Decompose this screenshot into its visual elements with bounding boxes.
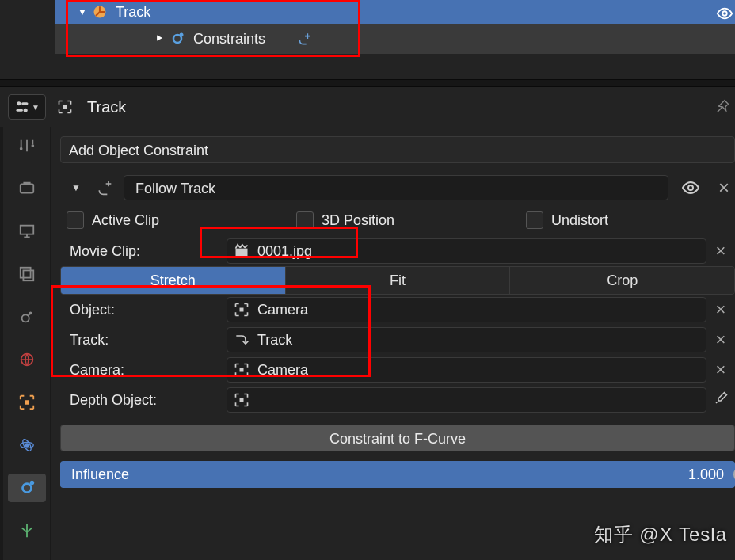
- track-label: Track:: [60, 332, 227, 349]
- editor-type-dropdown[interactable]: ▼: [8, 94, 46, 120]
- svg-rect-14: [20, 268, 30, 278]
- 3d-position-checkbox[interactable]: [296, 211, 314, 229]
- svg-point-23: [22, 484, 31, 493]
- add-constraint-icon[interactable]: [297, 31, 313, 47]
- svg-rect-12: [23, 182, 30, 185]
- track-field[interactable]: Track: [227, 327, 706, 352]
- svg-point-24: [29, 481, 33, 486]
- svg-rect-19: [25, 400, 29, 405]
- tab-world[interactable]: [8, 345, 46, 374]
- camera-value: Camera: [257, 362, 308, 379]
- clear-movie-clip-button[interactable]: ×: [706, 241, 735, 261]
- svg-rect-15: [23, 270, 33, 280]
- svg-rect-5: [21, 102, 28, 105]
- tab-output[interactable]: [8, 217, 46, 246]
- influence-label: Influence: [71, 467, 129, 483]
- tab-render[interactable]: [8, 174, 46, 203]
- tab-data[interactable]: [8, 516, 46, 545]
- influence-slider[interactable]: Influence 1.000: [60, 461, 735, 488]
- constraint-name-input[interactable]: Follow Track: [124, 175, 668, 200]
- svg-rect-11: [20, 185, 33, 193]
- pin-icon[interactable]: [714, 98, 732, 116]
- eyedropper-button[interactable]: [706, 390, 735, 410]
- chevron-right-icon[interactable]: ▼: [154, 35, 165, 43]
- depth-object-label: Depth Object:: [60, 392, 227, 409]
- svg-point-6: [24, 109, 28, 112]
- tab-stretch[interactable]: Stretch: [61, 267, 286, 294]
- mute-constraint-button[interactable]: [680, 177, 702, 199]
- track-empty-icon: [57, 99, 73, 115]
- undistort-checkbox[interactable]: [526, 211, 543, 229]
- sliders-icon: [14, 99, 30, 115]
- camera-field[interactable]: Camera: [227, 357, 706, 383]
- constraint-icon: [169, 31, 185, 47]
- tab-tool[interactable]: [8, 131, 46, 160]
- svg-rect-7: [17, 109, 23, 112]
- object-value: Camera: [257, 302, 308, 318]
- tab-physics[interactable]: [8, 431, 46, 459]
- properties-tab-sidebar: [0, 127, 51, 560]
- movie-clip-value: 0001.jpg: [257, 243, 312, 260]
- outliner-item-label: Track: [116, 4, 150, 21]
- object-field[interactable]: Camera: [227, 297, 706, 322]
- camera-label: Camera:: [60, 362, 227, 379]
- properties-header: ▼ Track: [0, 87, 735, 127]
- clip-icon: [234, 243, 249, 259]
- chevron-down-icon[interactable]: ▼: [78, 6, 86, 17]
- svg-rect-27: [240, 308, 244, 312]
- movie-clip-field[interactable]: 0001.jpg: [227, 238, 706, 264]
- outliner-item-track[interactable]: ▼ Track: [55, 0, 735, 24]
- svg-point-9: [19, 147, 22, 150]
- tab-viewlayer[interactable]: [8, 260, 46, 288]
- svg-rect-26: [236, 249, 248, 257]
- depth-object-field[interactable]: [227, 387, 706, 413]
- svg-point-20: [25, 443, 29, 448]
- follow-track-icon: [97, 180, 112, 196]
- outliner-item-constraints[interactable]: ▼ Constraints: [55, 24, 735, 54]
- watermark: 知乎 @X Tesla: [594, 522, 727, 547]
- object-label: Object:: [60, 302, 227, 318]
- influence-value: 1.000: [688, 467, 724, 483]
- constraint-to-fcurve-button[interactable]: Constraint to F-Curve: [60, 425, 735, 451]
- add-constraint-dropdown[interactable]: Add Object Constraint: [60, 136, 735, 163]
- svg-rect-28: [240, 368, 244, 372]
- clear-track-button[interactable]: ×: [706, 330, 735, 350]
- tab-fit[interactable]: Fit: [286, 267, 511, 294]
- clear-camera-button[interactable]: ×: [706, 360, 735, 380]
- outliner-child-label: Constraints: [193, 31, 265, 48]
- svg-rect-13: [20, 226, 33, 234]
- panel-divider[interactable]: [0, 79, 735, 87]
- visibility-icon[interactable]: [716, 5, 733, 22]
- movie-clip-label: Movie Clip:: [60, 243, 227, 260]
- active-clip-checkbox[interactable]: [67, 211, 84, 229]
- delete-constraint-button[interactable]: ×: [713, 177, 735, 199]
- camera-object-icon: [234, 302, 249, 318]
- svg-point-4: [17, 101, 21, 105]
- svg-point-16: [21, 314, 29, 322]
- svg-point-3: [180, 33, 184, 37]
- svg-rect-8: [63, 105, 67, 109]
- tab-crop[interactable]: Crop: [510, 267, 734, 294]
- panel-chevron-down-icon[interactable]: ▼: [71, 182, 79, 193]
- track-value: Track: [257, 332, 292, 349]
- svg-rect-29: [240, 398, 244, 402]
- breadcrumb-title: Track: [87, 98, 126, 116]
- frame-method-tabs: Stretch Fit Crop: [60, 266, 735, 295]
- 3d-position-label: 3D Position: [322, 212, 394, 229]
- track-path-icon: [234, 332, 249, 348]
- active-clip-label: Active Clip: [92, 212, 159, 229]
- camera-icon: [234, 362, 249, 378]
- tab-object[interactable]: [8, 388, 46, 417]
- object-empty-icon: [234, 392, 249, 408]
- constraint-panel: Add Object Constraint ▼ Follow Track × A…: [51, 127, 735, 560]
- clear-object-button[interactable]: ×: [706, 299, 735, 320]
- svg-point-10: [31, 144, 34, 147]
- tab-constraints[interactable]: [8, 474, 46, 502]
- outliner-panel: ▼ Track ▼ Constraints: [0, 0, 735, 79]
- tab-scene[interactable]: [8, 303, 46, 331]
- svg-point-0: [722, 11, 727, 16]
- empty-axes-icon: [92, 4, 108, 20]
- undistort-label: Undistort: [551, 212, 608, 229]
- svg-point-25: [688, 185, 693, 190]
